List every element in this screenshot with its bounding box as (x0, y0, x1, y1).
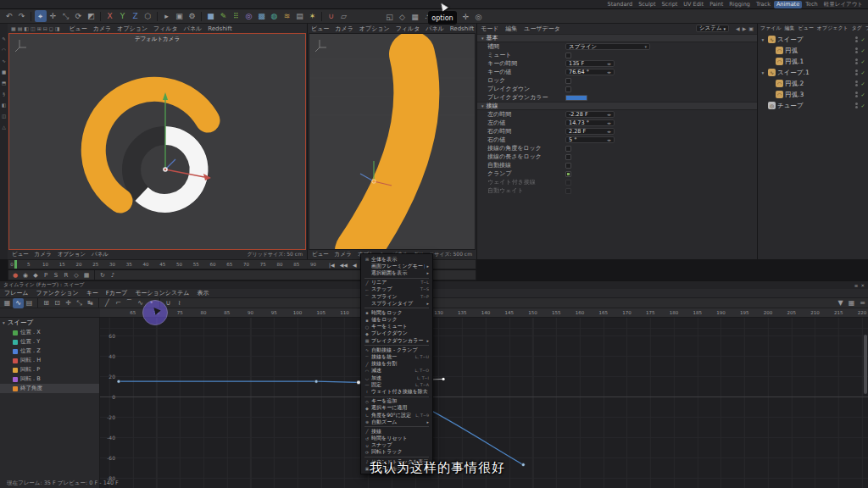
prev-frame-icon[interactable]: ◀ (351, 262, 359, 268)
sweep-icon[interactable]: § (3, 92, 5, 97)
timeline-frame-ruler[interactable]: 6570758085909510010511011512012513013514… (100, 308, 868, 318)
object-item[interactable]: ◠円弧.3✓ (758, 89, 868, 100)
record-scale-icon[interactable]: S (51, 271, 61, 280)
orange-sweep-object[interactable] (358, 54, 416, 249)
extrude-icon[interactable]: ⬒ (2, 81, 6, 86)
object-item[interactable]: ◠円弧.2✓ (758, 78, 868, 89)
lock-x-axis-icon[interactable]: X (104, 10, 116, 22)
lock-z-axis-icon[interactable]: Z (130, 10, 142, 22)
visibility-dots[interactable] (855, 69, 858, 75)
fcurve-mode-icon[interactable]: ∿ (13, 298, 24, 308)
texture-mode-icon[interactable]: ▦ (409, 11, 421, 23)
attr-lock-icon[interactable]: ▣ (748, 25, 754, 31)
timeline-channel[interactable]: 位置 . Y (0, 337, 99, 347)
viewport-right-bottom-menu-1[interactable]: カメラ (335, 251, 352, 258)
attr-checkbox[interactable] (565, 171, 571, 177)
enable-axis-icon[interactable]: ✛ (460, 11, 472, 23)
viewport-right-menu-4[interactable]: パネル (426, 25, 444, 33)
viewport-left-menu-0[interactable]: ビュー (69, 25, 86, 33)
attr-menu-1[interactable]: 編集 (505, 25, 517, 33)
enable-check-icon[interactable]: ✓ (860, 92, 866, 97)
attr-field[interactable]: 76.64 °◂▸ (565, 69, 615, 75)
instance-icon[interactable]: △ (2, 125, 5, 130)
timeline-menu-0[interactable]: フレーム (4, 289, 29, 297)
enable-check-icon[interactable]: ✓ (860, 47, 866, 53)
spline-primitive-icon[interactable]: ∿ (2, 59, 6, 64)
attr-checkbox[interactable] (565, 86, 571, 92)
layout-tab-5[interactable]: Rigging (726, 1, 753, 8)
attr-color-swatch[interactable] (565, 95, 587, 101)
viewport-left-menu-5[interactable]: Redshift (208, 25, 231, 32)
spline-tangent-icon[interactable]: ⌒ (124, 298, 135, 308)
attr-checkbox[interactable] (565, 78, 571, 84)
timeline-menu-5[interactable]: 表示 (198, 289, 209, 297)
attr-back-icon[interactable]: ◀ (736, 25, 740, 31)
vertical-scrollbar[interactable] (864, 335, 867, 394)
timeline-channel[interactable]: 位置 . X (0, 328, 99, 337)
viewport-right[interactable]: ビューカメラオプションフィルタパネルRedshift ビューカメラオプションパネ… (308, 24, 476, 259)
timeline-menu-icon[interactable]: ≡ (854, 283, 859, 288)
enable-check-icon[interactable]: ✓ (860, 69, 866, 75)
vp-shading-icon[interactable]: ◧ (24, 25, 29, 31)
visibility-dots[interactable] (855, 36, 858, 42)
object-item[interactable]: ◠円弧.1✓ (758, 56, 868, 67)
playback-mode-icon[interactable]: ↻ (97, 271, 108, 280)
viewport-left-menu-4[interactable]: パネル (184, 25, 203, 33)
objm-menu-0[interactable]: ファイル (760, 25, 782, 32)
linear-tangent-icon[interactable]: ╱ (102, 298, 113, 308)
snap-icon[interactable]: ∪ (326, 10, 337, 22)
viewport-left-menu-1[interactable]: カメラ (93, 25, 112, 33)
object-item[interactable]: ▾∿スイープ✓ (758, 34, 868, 45)
menu-item[interactable]: スプラインタイプ▸ (361, 300, 432, 307)
layout-tab-7[interactable]: Animate (774, 1, 802, 8)
tl-options-icon[interactable]: ≡ (857, 298, 868, 308)
visibility-dots[interactable] (855, 58, 858, 64)
attr-field[interactable]: 14.73 °◂▸ (565, 119, 615, 126)
object-item[interactable]: ◠円弧✓ (758, 45, 868, 56)
viewport-left[interactable]: ▦▤◧◫⊞⊟◻◨ビューカメラオプションフィルタパネルRedshift デフォルト… (8, 24, 307, 259)
record-position-icon[interactable]: P (41, 271, 51, 280)
attr-checkbox[interactable] (565, 146, 571, 152)
attr-checkbox[interactable] (565, 188, 571, 194)
timeline-menu-2[interactable]: キー (86, 289, 98, 297)
light-icon[interactable]: ✶ (307, 10, 319, 22)
move-tool-icon[interactable]: ✛ (47, 10, 59, 22)
redo-icon[interactable]: ↷ (16, 10, 28, 22)
menu-item[interactable]: 選択範囲を表示▸ (361, 269, 432, 276)
record-parameter-icon[interactable]: ◇ (71, 271, 81, 280)
viewport-right-menu-5[interactable]: Redshift (450, 25, 474, 32)
record-keyframe-icon[interactable]: ● (10, 271, 20, 280)
viewport-right-menu-1[interactable]: カメラ (335, 25, 353, 33)
cube-primitive-icon[interactable]: ■ (2, 70, 6, 75)
visibility-dots[interactable] (855, 47, 858, 53)
vp-safe-frame-icon[interactable]: ⊞ (37, 25, 42, 31)
menu-item[interactable]: ≀ウェイト付き接線を除去 (361, 388, 432, 395)
vp-layout-single-icon[interactable]: ▦ (11, 25, 16, 31)
timeline-menu-1[interactable]: ファンクション (36, 289, 79, 297)
vp-filter-toggle-icon[interactable]: ◨ (55, 25, 60, 31)
menu-item[interactable]: ⟳回転トラック (361, 449, 432, 456)
model-mode-icon[interactable]: ◇ (397, 11, 409, 23)
viewport-left-canvas[interactable]: デフォルトカメラ (8, 33, 306, 250)
goto-start-icon[interactable]: |◀ (327, 262, 337, 268)
layout-tab-4[interactable]: Paint (707, 1, 726, 8)
record-rotation-icon[interactable]: R (61, 271, 71, 280)
attr-section-header[interactable]: ▾基本 (477, 34, 757, 42)
enable-check-icon[interactable]: ✓ (860, 80, 866, 86)
visibility-dots[interactable] (855, 92, 858, 97)
vp-grid-icon[interactable]: ⊟ (43, 25, 47, 31)
attr-checkbox[interactable] (565, 154, 571, 160)
field-icon[interactable]: ◍ (269, 10, 281, 22)
add-primitive-icon[interactable]: ■ (205, 10, 217, 22)
timeline-channel[interactable]: 位置 . Z (0, 347, 99, 356)
viewport-left-menu-2[interactable]: オプション (117, 25, 147, 33)
viewport-left-menu-3[interactable]: フィルタ (153, 25, 178, 33)
render-settings-icon[interactable]: ⚙ (186, 10, 198, 22)
make-editable-icon[interactable]: ◱ (384, 11, 396, 23)
coord-system-icon[interactable]: ⬡ (142, 10, 154, 22)
rotate-tool-icon[interactable]: ⟳ (73, 10, 85, 22)
timeline-channel[interactable]: 回転 . B (0, 374, 99, 384)
layout-tab-8[interactable]: Tech (803, 1, 821, 8)
symmetry-icon[interactable]: ◫ (2, 114, 6, 119)
layout-tab-3[interactable]: UV Edit (681, 1, 706, 8)
